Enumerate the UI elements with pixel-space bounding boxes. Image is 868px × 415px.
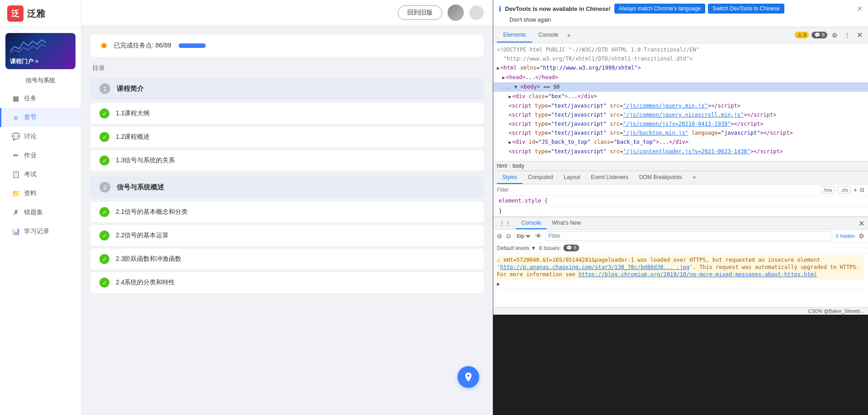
default-levels-label[interactable]: Default levels ▼ [497, 245, 536, 251]
sidebar-item-records[interactable]: 📊 学习记录 [0, 222, 81, 241]
console-tab-console[interactable]: Console [516, 217, 547, 229]
console-link-1[interactable]: http://p.ananas.chaoxing.com/star3/138_7… [500, 264, 689, 270]
console-message-1: ⚠ eHt=5720640.&t=165/05144281&pageloader… [497, 255, 864, 279]
check-icon-2-2: ✓ [99, 231, 109, 241]
progress-container: 已完成任务点: 86/89 [90, 34, 484, 57]
breadcrumb-body[interactable]: body [513, 163, 524, 169]
resources-icon: 📁 [12, 190, 19, 197]
settings-icon[interactable]: ⚙ [830, 31, 840, 40]
cls-button[interactable]: .cls [838, 186, 851, 193]
sidebar-item-chapters[interactable]: ≡ 章节 [0, 108, 81, 127]
lesson-2-4[interactable]: ✓ 2.4系统的分类和特性 [90, 272, 484, 293]
console-eye-icon[interactable]: 👁 [535, 232, 542, 240]
console-expand-arrow[interactable]: ▶ [497, 281, 500, 287]
script-jquery-line[interactable]: <script type="text/javascript" src="/js/… [493, 101, 868, 110]
issues-badge: 💬 8 [563, 245, 579, 251]
head-line[interactable]: ▶<head>...</head> [493, 73, 868, 82]
sidebar-item-discussion[interactable]: 💬 讨论 [0, 127, 81, 146]
console-gear-icon[interactable]: ⚙ [859, 232, 864, 240]
doctype-line2[interactable]: "http://www.w3.org/TR/xhtml1/DTD/xhtml1-… [493, 54, 868, 63]
tab-console[interactable]: Console [532, 28, 565, 42]
notif-btn-switch-chinese[interactable]: Switch DevTools to Chinese [708, 4, 784, 14]
console-link-2[interactable]: https://blog.chromium.org/2019/10/no-mor… [579, 271, 817, 278]
course-banner[interactable]: 课程门户 > [5, 33, 75, 69]
dont-show-label[interactable]: Don't show again [509, 17, 551, 23]
back-button[interactable]: 回到旧版 [398, 5, 442, 20]
notif-btn-match-language[interactable]: Always match Chrome's language [614, 4, 705, 14]
lesson-1-3[interactable]: ✓ 1.3信号与系统的关系 [90, 150, 484, 171]
lesson-2-3[interactable]: ✓ 2.3阶跃函数和冲激函数 [90, 249, 484, 269]
notif-close-icon[interactable]: ✕ [857, 5, 863, 13]
chapter-1-title: 课程简介 [117, 85, 144, 93]
user-avatar-2[interactable] [469, 5, 484, 20]
elements-breadcrumb: html › body [493, 161, 868, 171]
script-nicescroll-line[interactable]: <script type="text/javascript" src="/js/… [493, 110, 868, 119]
html-line[interactable]: ▶<html xmlns="http://www.w3.org/1999/xht… [493, 63, 868, 73]
devtools-notification: ℹ DevTools is now available in Chinese! … [493, 0, 868, 27]
styles-tab-dom-breakpoints[interactable]: DOM Breakpoints [634, 171, 688, 184]
notif-row1: ℹ DevTools is now available in Chinese! … [499, 4, 863, 14]
tab-elements[interactable]: Elements [497, 28, 532, 42]
sidebar: 泛 泛雅 课程门户 > 信号与系统 ▦ 任务 ≡ 章节 💬 讨论 ✏ 作业 📋 … [0, 0, 81, 415]
lesson-1-1[interactable]: ✓ 1.1课程大纲 [90, 103, 484, 124]
console-hidden-count[interactable]: 5 hidden [836, 233, 855, 239]
sidebar-item-mistakes[interactable]: ✗ 错题集 [0, 203, 81, 222]
fab-button[interactable] [458, 366, 479, 388]
console-tab-whats-new[interactable]: What's New [547, 217, 586, 229]
add-rule-button[interactable]: + [854, 186, 857, 193]
orange-dot [101, 43, 107, 48]
issues-label: 8 Issues: [539, 245, 561, 251]
tab-icons: ⚠ 3 💬 8 ⚙ ⋮ ✕ [795, 30, 864, 40]
script-contentloader-line[interactable]: <script type="text/javascript" src="/js/… [493, 147, 868, 156]
tab-more[interactable]: » [565, 28, 573, 42]
user-avatar[interactable] [448, 5, 464, 21]
console-clear-icon[interactable]: ⊘ [497, 232, 502, 240]
div-box-line[interactable]: ▶<div class="box">...</div> [493, 92, 868, 101]
console-panel: ⋮⋮ Console What's New ✕ ⊘ ⊙ top 👁 5 hidd… [493, 217, 868, 307]
more-options-icon[interactable]: ⋮ [842, 31, 852, 40]
console-drag-handle[interactable]: ⋮⋮ [497, 219, 513, 228]
tasks-icon: ▦ [12, 95, 19, 102]
sidebar-item-resources[interactable]: 📁 资料 [0, 184, 81, 203]
styles-tab-computed[interactable]: Computed [523, 171, 558, 184]
console-filter-input[interactable] [545, 231, 832, 241]
styles-tab-event-listeners[interactable]: Event Listeners [585, 171, 634, 184]
msg-badge: 💬 8 [811, 32, 827, 38]
doctype-line[interactable]: <!DOCTYPE html PUBLIC "-//W3C//DTD XHTML… [493, 45, 868, 54]
hov-button[interactable]: :hov [821, 186, 835, 193]
script-common-line[interactable]: <script type="text/javascript" src="/js/… [493, 119, 868, 128]
devtools-close-icon[interactable]: ✕ [855, 30, 864, 40]
breadcrumb-html[interactable]: html [497, 163, 507, 169]
chapter-1-header[interactable]: 1 课程简介 [90, 78, 484, 99]
lesson-1-1-title: 1.1课程大纲 [116, 109, 150, 118]
elements-panel[interactable]: <!DOCTYPE html PUBLIC "-//W3C//DTD XHTML… [493, 43, 868, 161]
sidebar-item-homework[interactable]: ✏ 作业 [0, 146, 81, 165]
lesson-1-2[interactable]: ✓ 1.2课程概述 [90, 127, 484, 147]
chapter-2-header[interactable]: 2 信号与系统概述 [90, 176, 484, 198]
console-stop-icon[interactable]: ⊙ [506, 232, 511, 240]
banner-caption[interactable]: 课程门户 > [10, 57, 38, 66]
styles-tab-more[interactable]: » [688, 171, 702, 184]
sidebar-item-tasks[interactable]: ▦ 任务 [0, 89, 81, 108]
console-warn-icon: ⚠ [497, 257, 500, 263]
console-close-icon[interactable]: ✕ [859, 219, 864, 228]
script-backtop-line[interactable]: <script type="text/javascript" src="/js/… [493, 128, 868, 137]
console-arrow-row: ▶ [497, 279, 864, 289]
lesson-2-1[interactable]: ✓ 2.1信号的基本概念和分类 [90, 202, 484, 222]
discussion-label: 讨论 [24, 132, 37, 141]
toc-label: 目录 [90, 64, 484, 72]
sidebar-item-exam[interactable]: 📋 考试 [0, 165, 81, 184]
div-backtop-line[interactable]: ▶<div id="JS_back_to_top" class="back_to… [493, 137, 868, 147]
styles-tab-styles[interactable]: Styles [497, 171, 523, 184]
styles-tab-layout[interactable]: Layout [558, 171, 585, 184]
console-top-select[interactable]: top [515, 232, 532, 240]
resources-label: 资料 [24, 189, 37, 198]
lesson-2-2[interactable]: ✓ 2.2信号的基本运算 [90, 225, 484, 246]
progress-track [179, 43, 206, 48]
chapter-2-title: 信号与系统概述 [117, 183, 164, 192]
expand-pane-button[interactable]: ⊟ [860, 187, 864, 193]
logo-text: 泛雅 [27, 8, 45, 20]
body-line[interactable]: ... ▼ <body> == $0 [493, 82, 868, 92]
styles-tabs: Styles Computed Layout Event Listeners D… [493, 171, 868, 184]
styles-filter-input[interactable] [497, 187, 818, 193]
